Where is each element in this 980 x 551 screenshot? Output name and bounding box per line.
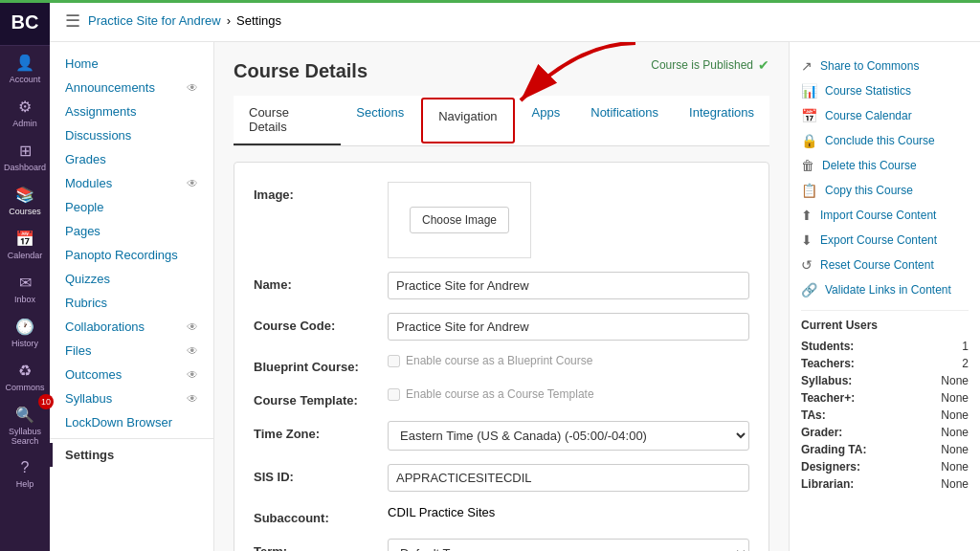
course-statistics-link[interactable]: 📊 Course Statistics: [801, 78, 969, 103]
form-row-blueprint: Blueprint Course: Enable course as a Blu…: [254, 354, 749, 374]
files-settings-icon[interactable]: 👁: [187, 344, 198, 358]
term-control: Default Term: [388, 539, 749, 551]
hamburger-menu[interactable]: ☰: [65, 11, 80, 32]
copy-course-label: Copy this Course: [825, 184, 913, 197]
nav-item-people[interactable]: People: [50, 195, 213, 219]
grading-ta-label: Grading TA:: [801, 443, 866, 456]
tab-notifications[interactable]: Notifications: [575, 96, 674, 145]
nav-item-assignments[interactable]: Assignments: [50, 99, 213, 123]
tas-value: None: [941, 408, 969, 422]
sidebar-item-history[interactable]: 🕐 History: [0, 310, 50, 354]
timezone-select[interactable]: Eastern Time (US & Canada) (-05:00/-04:0…: [388, 421, 749, 451]
reset-content-label: Reset Course Content: [820, 258, 934, 272]
sidebar-item-syllabus-search[interactable]: 🔍 Syllabus Search 10: [0, 398, 50, 452]
course-details-form: Image: Choose Image Name: C: [234, 162, 769, 551]
subaccount-label: Subaccount:: [254, 505, 388, 525]
breadcrumb: Practice Site for Andrew › Settings: [88, 13, 281, 28]
name-label: Name:: [254, 272, 388, 292]
copy-course-link[interactable]: 📋 Copy this Course: [801, 178, 969, 203]
nav-item-quizzes[interactable]: Quizzes: [50, 267, 213, 291]
tab-navigation[interactable]: Navigation: [421, 98, 514, 143]
sidebar-label-courses: Courses: [9, 207, 41, 216]
breadcrumb-site-link[interactable]: Practice Site for Andrew: [88, 13, 221, 28]
form-row-name: Name:: [254, 272, 749, 299]
sidebar-item-calendar[interactable]: 📅 Calendar: [0, 222, 50, 266]
nav-item-pages[interactable]: Pages: [50, 219, 213, 243]
commons-icon: ♻: [18, 362, 32, 380]
syllabus-search-icon: 🔍: [15, 406, 34, 424]
tabs-bar: Course Details Sections Navigation Apps …: [234, 96, 769, 146]
conclude-course-link[interactable]: 🔒 Conclude this Course: [801, 128, 969, 153]
tab-integrations[interactable]: Integrations: [674, 96, 769, 145]
choose-image-button[interactable]: Choose Image: [410, 207, 509, 233]
form-row-code: Course Code:: [254, 313, 749, 341]
template-label: Course Template:: [254, 387, 388, 408]
collaborations-settings-icon[interactable]: 👁: [187, 320, 198, 334]
user-row-grader: Grader: None: [801, 424, 969, 441]
librarian-label: Librarian:: [801, 477, 854, 491]
sis-label: SIS ID:: [254, 464, 388, 484]
user-row-teacherplus: Teacher+: None: [801, 389, 969, 407]
tab-sections[interactable]: Sections: [341, 96, 419, 145]
blueprint-control: Enable course as a Blueprint Course: [388, 354, 749, 373]
teacherplus-value: None: [941, 391, 969, 405]
blueprint-checkbox-label: Enable course as a Blueprint Course: [406, 354, 592, 367]
announcements-settings-icon[interactable]: 👁: [187, 81, 198, 95]
sis-input[interactable]: [388, 464, 749, 492]
nav-item-collaborations[interactable]: Collaborations 👁: [50, 315, 213, 339]
designers-value: None: [941, 460, 969, 474]
user-row-librarian: Librarian: None: [801, 475, 969, 493]
nav-item-syllabus[interactable]: Syllabus 👁: [50, 386, 213, 410]
syllabus-settings-icon[interactable]: 👁: [187, 392, 198, 406]
name-input[interactable]: [388, 272, 749, 299]
import-content-link[interactable]: ⬆ Import Course Content: [801, 203, 969, 228]
nav-item-settings[interactable]: Settings: [50, 443, 213, 467]
term-select[interactable]: Default Term: [388, 539, 749, 551]
published-badge: Course is Published ✔: [651, 57, 769, 73]
main-content: Course Details Course is Published ✔ Cou…: [214, 42, 789, 551]
account-icon: 👤: [15, 54, 34, 72]
courses-icon: 📚: [15, 186, 34, 204]
name-control: [388, 272, 749, 299]
nav-item-home[interactable]: Home: [50, 52, 213, 76]
sidebar-item-courses[interactable]: 📚 Courses: [0, 178, 50, 222]
nav-item-discussions[interactable]: Discussions: [50, 123, 213, 147]
user-row-syllabus: Syllabus: None: [801, 372, 969, 389]
template-checkbox[interactable]: [388, 388, 400, 401]
validate-links-icon: 🔗: [801, 282, 817, 298]
course-calendar-link[interactable]: 📅 Course Calendar: [801, 103, 969, 128]
outcomes-settings-icon[interactable]: 👁: [187, 368, 198, 382]
modules-settings-icon[interactable]: 👁: [187, 177, 198, 190]
sidebar-item-admin[interactable]: ⚙ Admin: [0, 90, 50, 134]
template-checkbox-row: Enable course as a Course Template: [388, 387, 749, 401]
reset-content-link[interactable]: ↺ Reset Course Content: [801, 253, 969, 277]
calendar-icon: 📅: [15, 230, 34, 248]
nav-item-lockdown[interactable]: LockDown Browser: [50, 410, 213, 434]
nav-divider: [50, 438, 213, 439]
share-commons-link[interactable]: ↗ Share to Commons: [801, 54, 969, 78]
image-placeholder: Choose Image: [388, 182, 531, 258]
user-row-tas: TAs: None: [801, 407, 969, 424]
delete-course-link[interactable]: 🗑 Delete this Course: [801, 153, 969, 178]
nav-item-rubrics[interactable]: Rubrics: [50, 291, 213, 315]
sidebar-item-help[interactable]: ? Help: [0, 452, 50, 495]
sidebar-item-dashboard[interactable]: ⊞ Dashboard: [0, 134, 50, 178]
export-content-link[interactable]: ⬇ Export Course Content: [801, 228, 969, 253]
sidebar-item-account[interactable]: 👤 Account: [0, 46, 50, 90]
sidebar-label-history: History: [11, 339, 38, 348]
nav-item-outcomes[interactable]: Outcomes 👁: [50, 363, 213, 386]
nav-item-panopto[interactable]: Panopto Recordings: [50, 243, 213, 267]
nav-item-files[interactable]: Files 👁: [50, 339, 213, 363]
nav-item-grades[interactable]: Grades: [50, 147, 213, 171]
nav-item-announcements[interactable]: Announcements 👁: [50, 76, 213, 99]
conclude-course-icon: 🔒: [801, 133, 817, 148]
sidebar-item-inbox[interactable]: ✉ Inbox: [0, 266, 50, 310]
validate-links-link[interactable]: 🔗 Validate Links in Content: [801, 277, 969, 302]
tab-course-details[interactable]: Course Details: [234, 96, 341, 145]
sidebar-item-commons[interactable]: ♻ Commons: [0, 354, 50, 398]
nav-item-modules[interactable]: Modules 👁: [50, 171, 213, 195]
code-input[interactable]: [388, 313, 749, 341]
blueprint-checkbox[interactable]: [388, 355, 400, 367]
tab-apps[interactable]: Apps: [517, 96, 576, 145]
share-commons-icon: ↗: [801, 58, 813, 74]
